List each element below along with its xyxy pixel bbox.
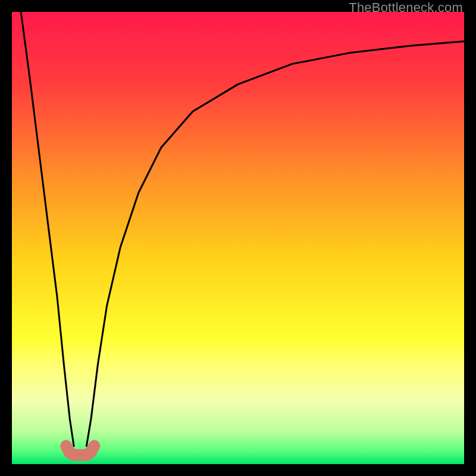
plot-area — [12, 12, 464, 464]
watermark-text: TheBottleneck.com — [349, 0, 463, 15]
gradient-background — [12, 12, 464, 464]
chart-frame: TheBottleneck.com — [0, 0, 476, 476]
chart-svg — [12, 12, 464, 464]
